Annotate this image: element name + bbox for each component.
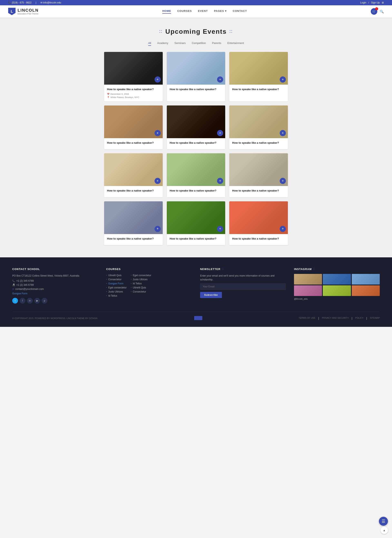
event-plus-button[interactable]: +: [217, 226, 223, 232]
nav-home[interactable]: HOME: [162, 10, 171, 14]
filter-all[interactable]: All: [148, 42, 151, 46]
course-link[interactable]: Gungue Form: [108, 282, 123, 285]
footer-form-link[interactable]: Gungue Form: [12, 292, 27, 295]
event-body: How to speake like a native speaker?: [167, 234, 225, 245]
event-title: How to speake like a native speaker?: [170, 237, 223, 241]
facebook-icon[interactable]: f: [20, 298, 25, 304]
event-location: 📍 White Palace, Brookyn, NYC: [107, 96, 160, 99]
course-item: Consectetur: [131, 290, 151, 293]
event-body: How to speake like a native speaker?: [104, 234, 163, 245]
event-image: [167, 105, 225, 138]
search-button[interactable]: 🔍: [380, 10, 384, 14]
newsletter-email-input[interactable]: [200, 283, 286, 290]
event-body: How to speake like a native speaker?: [104, 138, 163, 149]
event-image-wrapper: +: [229, 105, 288, 138]
instagram-image[interactable]: [294, 274, 322, 285]
event-card: + How to speake like a native speaker?: [167, 52, 225, 101]
course-item: Utinelit Quis: [131, 286, 151, 289]
event-card: + How to speake like a native speaker?: [167, 201, 225, 245]
event-body: How to speake like a native speaker?: [229, 138, 288, 149]
event-title: How to speake like a native speaker?: [107, 189, 160, 193]
filter-academy[interactable]: Academy: [157, 42, 168, 46]
event-plus-button[interactable]: +: [280, 226, 286, 232]
dots-left-icon: ⁚⁚: [159, 30, 163, 33]
cart-button[interactable]: 🛒 0: [371, 8, 377, 15]
login-link[interactable]: Login: [360, 1, 366, 4]
main-nav: HOME COURSES EVENT PAGES ▾ CONTACT: [162, 10, 247, 14]
event-plus-button[interactable]: +: [280, 76, 286, 83]
twitter-icon[interactable]: t: [12, 298, 18, 304]
nav-pages[interactable]: PAGES ▾: [214, 10, 227, 14]
calendar-icon: 📅: [107, 93, 109, 95]
top-bar-right: Login / Sign Up ⊞: [360, 1, 384, 4]
instagram-image[interactable]: [352, 274, 380, 285]
privacy-link[interactable]: PRIVACY AND SECURITY: [322, 317, 349, 320]
event-image-wrapper: +: [167, 153, 225, 186]
instagram-dots-icon: ⁚⁚: [313, 267, 315, 271]
event-body: How to speake like a native speaker?: [167, 186, 225, 197]
course-item: Utinelit Quis: [106, 274, 126, 277]
policy-link[interactable]: POLICY: [355, 317, 364, 320]
filter-parents[interactable]: Parents: [212, 42, 221, 46]
youtube-icon[interactable]: ▶: [34, 298, 40, 304]
event-image: [229, 201, 288, 234]
filter-tabs: All Academy Seminars Competition Parents…: [8, 42, 384, 46]
course-item: Eget consectetur: [106, 286, 126, 289]
instagram-grid: [294, 274, 380, 296]
event-image: [167, 52, 225, 85]
event-body: How to speake like a native speaker?: [104, 186, 163, 197]
event-image: [104, 201, 163, 234]
nav-event[interactable]: EVENT: [198, 10, 208, 14]
footer-contact-col: CONTACT SCHOOL PO Box CT16122 Collins St…: [12, 267, 98, 304]
instagram-image[interactable]: [294, 285, 322, 296]
event-location-text: White Palace, Brookyn, NYC: [110, 96, 139, 99]
course-item: Id Tellus: [131, 282, 151, 285]
logo[interactable]: LINCOLN Education PSD Theme: [8, 8, 39, 15]
instagram-handle: @lincoln_edu: [294, 298, 380, 300]
fax-icon: 📠: [12, 284, 15, 286]
footer-instagram-title: INSTAGRAM ⁚⁚: [294, 267, 380, 271]
event-card: + How to speake like a native speaker? 📅…: [104, 52, 163, 101]
nav-contact[interactable]: CONTACT: [233, 10, 247, 14]
signup-link[interactable]: Sign Up: [371, 1, 380, 4]
event-plus-button[interactable]: +: [280, 130, 286, 136]
email-icon: ✉: [12, 288, 14, 290]
phone-icon: 📞: [8, 1, 11, 4]
event-image-wrapper: +: [104, 201, 163, 234]
course-item: Id Tellus: [106, 294, 126, 297]
sitemap-link[interactable]: SITEMAP: [370, 317, 380, 320]
page-content: ⁚⁚ Upcoming Events ⁚⁚ All Academy Semina…: [0, 18, 392, 257]
section-heading: Upcoming Events: [165, 28, 227, 35]
footer-grid: CONTACT SCHOOL PO Box CT16122 Collins St…: [12, 267, 380, 304]
instagram-icon[interactable]: in: [27, 298, 33, 304]
nav-courses[interactable]: COURSES: [177, 10, 192, 14]
pinterest-icon[interactable]: p: [42, 298, 47, 304]
event-plus-button[interactable]: +: [154, 178, 161, 184]
logo-icon: [8, 8, 15, 15]
footer-courses-title: COURSES: [106, 267, 192, 271]
filter-competition[interactable]: Competition: [192, 42, 206, 46]
logo-text: LINCOLN Education PSD Theme: [18, 8, 39, 15]
footer-newsletter-title: NEWSLETTER ⁚⁚: [200, 267, 286, 271]
filter-entertainment[interactable]: Entertainment: [227, 42, 244, 46]
instagram-image[interactable]: [352, 285, 380, 296]
event-plus-button[interactable]: +: [154, 76, 161, 83]
event-card: + How to speake like a native speaker?: [167, 153, 225, 197]
instagram-image[interactable]: [323, 285, 351, 296]
top-bar: 📞 (519) - 675 - 9822 | ✉ info@lincoln.ed…: [0, 0, 392, 5]
event-title: How to speake like a native speaker?: [170, 189, 223, 193]
course-item: Gungue Form: [106, 282, 126, 285]
footer-links: TERMS OF USE | PRIVACY AND SECURITY | PO…: [299, 317, 380, 320]
logo-sub: Education PSD Theme: [18, 13, 39, 15]
event-meta: 📅 December 4, 2016 📍 White Palace, Brook…: [107, 93, 160, 99]
grid-icon: ⊞: [382, 1, 384, 4]
subscribe-button[interactable]: Subscribe: [200, 292, 222, 298]
event-plus-button[interactable]: +: [154, 226, 161, 232]
cart-badge: 0: [375, 7, 378, 10]
header: LINCOLN Education PSD Theme HOME COURSES…: [0, 5, 392, 18]
instagram-image[interactable]: [323, 274, 351, 285]
event-title: How to speake like a native speaker?: [232, 141, 285, 145]
filter-seminars[interactable]: Seminars: [174, 42, 186, 46]
event-plus-button[interactable]: +: [154, 130, 161, 136]
terms-link[interactable]: TERMS OF USE: [299, 317, 315, 320]
